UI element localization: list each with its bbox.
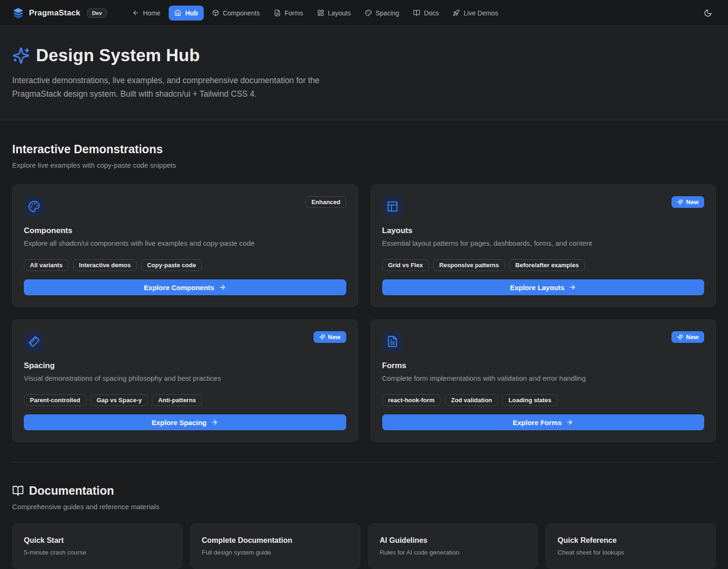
main-content: Interactive Demonstrations Explore live … — [0, 142, 728, 569]
nav-item-spacing[interactable]: Spacing — [359, 6, 405, 21]
nav-label: Components — [223, 9, 260, 17]
demo-card-spacing: New Spacing Visual demonstrations of spa… — [12, 320, 358, 442]
file-text-icon — [382, 331, 403, 352]
tag: Loading states — [502, 394, 557, 406]
explore-spacing-button[interactable]: Explore Spacing — [24, 414, 346, 430]
doc-card-description: Rules for AI code generation — [380, 549, 527, 556]
doc-card-quick-start[interactable]: Quick Start 5-minute crash course — [12, 524, 182, 569]
tag: Before/after examples — [509, 259, 585, 271]
card-description: Explore all shadcn/ui components with li… — [24, 239, 346, 247]
explore-layouts-button[interactable]: Explore Layouts — [382, 279, 705, 295]
sparkles-icon — [677, 199, 683, 205]
file-text-icon — [274, 9, 281, 16]
tag: Grid vs Flex — [382, 259, 429, 271]
tag-list: Parent-controlled Gap vs Space-y Anti-pa… — [24, 394, 346, 406]
doc-card-title: Quick Start — [24, 536, 171, 545]
page-title: Design System Hub — [36, 46, 200, 65]
book-open-icon — [12, 485, 24, 497]
demo-card-layouts: New Layouts Essential layout patterns fo… — [371, 185, 716, 307]
doc-card-description: 5-minute crash course — [24, 549, 171, 556]
tag-list: All variants Interactive demos Copy-past… — [24, 259, 346, 271]
navbar: PragmaStack Dev Home Hub Components Fo — [0, 0, 728, 26]
doc-card-complete-documentation[interactable]: Complete Documentation Full design syste… — [190, 524, 360, 569]
tag: Anti-patterns — [152, 394, 202, 406]
card-title: Spacing — [24, 361, 346, 370]
enhanced-badge: Enhanced — [306, 196, 346, 208]
arrow-right-icon — [211, 419, 218, 426]
arrow-right-icon — [566, 419, 573, 426]
doc-card-title: AI Guidelines — [380, 536, 527, 545]
arrow-right-icon — [219, 284, 226, 291]
cta-label: Explore Forms — [513, 419, 562, 427]
nav-item-layouts[interactable]: Layouts — [312, 6, 357, 21]
nav-label: Forms — [285, 9, 303, 17]
nav-label: Hub — [185, 9, 198, 17]
demos-heading: Interactive Demonstrations — [12, 142, 716, 156]
card-description: Essential layout patterns for pages, das… — [382, 239, 705, 247]
sparkles-icon — [677, 334, 683, 340]
doc-card-description: Cheat sheet for lookups — [557, 549, 704, 556]
docs-subheading: Comprehensive guides and reference mater… — [12, 503, 716, 511]
new-badge-label: New — [328, 334, 341, 341]
cta-label: Explore Layouts — [510, 284, 564, 292]
docs-heading-row: Documentation — [12, 484, 716, 498]
explore-components-button[interactable]: Explore Components — [24, 279, 346, 295]
new-badge-label: New — [686, 334, 699, 341]
doc-card-ai-guidelines[interactable]: AI Guidelines Rules for AI code generati… — [368, 524, 538, 569]
tag: Interactive demos — [73, 259, 137, 271]
rocket-icon — [453, 9, 460, 16]
nav-item-live-demos[interactable]: Live Demos — [447, 6, 504, 21]
home-icon — [174, 9, 181, 16]
cta-label: Explore Spacing — [151, 419, 207, 427]
nav-item-components[interactable]: Components — [207, 6, 265, 21]
tag-list: Grid vs Flex Responsive patterns Before/… — [382, 259, 705, 271]
nav-label: Docs — [424, 9, 439, 17]
palette-icon — [365, 9, 372, 16]
tag: All variants — [24, 259, 69, 271]
doc-card-description: Full design system guide — [202, 549, 349, 556]
ruler-icon — [24, 331, 44, 352]
tag: Parent-controlled — [24, 394, 86, 406]
nav-label: Layouts — [328, 9, 351, 17]
arrow-left-icon — [132, 9, 139, 16]
card-title: Forms — [382, 361, 705, 370]
tag: Zod validation — [445, 394, 498, 406]
doc-card-grid: Quick Start 5-minute crash course Comple… — [12, 524, 716, 569]
cta-label: Explore Components — [144, 284, 214, 292]
layout-dashboard-icon — [317, 9, 324, 16]
nav-label: Home — [143, 9, 160, 17]
section-divider — [12, 462, 716, 462]
moon-icon — [704, 9, 712, 17]
demos-subheading: Explore live examples with copy-paste co… — [12, 161, 716, 169]
nav-item-docs[interactable]: Docs — [407, 6, 444, 21]
tag: Copy-paste code — [141, 259, 202, 271]
demo-card-components: Enhanced Components Explore all shadcn/u… — [12, 185, 358, 307]
doc-card-title: Quick Reference — [557, 536, 704, 545]
nav-item-home[interactable]: Home — [127, 6, 166, 21]
layers-logo-icon — [12, 7, 24, 19]
dev-badge: Dev — [87, 8, 107, 18]
demo-card-forms: New Forms Complete form implementations … — [371, 320, 716, 442]
tag: react-hook-form — [382, 394, 441, 406]
tag-list: react-hook-form Zod validation Loading s… — [382, 394, 705, 406]
main-nav: Home Hub Components Forms Layouts — [127, 6, 504, 21]
sparkles-icon — [12, 47, 30, 64]
brand[interactable]: PragmaStack Dev — [12, 7, 107, 19]
nav-item-forms[interactable]: Forms — [268, 6, 309, 21]
new-badge-label: New — [686, 199, 699, 206]
book-open-icon — [413, 9, 420, 16]
brand-name: PragmaStack — [29, 8, 80, 18]
nav-item-hub[interactable]: Hub — [169, 6, 203, 21]
new-badge: New — [671, 196, 704, 208]
tag: Gap vs Space-y — [91, 394, 148, 406]
panel-top-icon — [382, 196, 403, 217]
theme-toggle-button[interactable] — [700, 5, 716, 21]
new-badge: New — [671, 331, 704, 343]
page-subtitle: Interactive demonstrations, live example… — [12, 74, 360, 101]
explore-forms-button[interactable]: Explore Forms — [382, 414, 705, 430]
sparkles-icon — [319, 334, 325, 340]
hero-section: Design System Hub Interactive demonstrat… — [0, 26, 728, 120]
demo-card-grid: Enhanced Components Explore all shadcn/u… — [12, 185, 716, 442]
card-title: Layouts — [382, 226, 705, 235]
doc-card-quick-reference[interactable]: Quick Reference Cheat sheet for lookups — [546, 524, 716, 569]
